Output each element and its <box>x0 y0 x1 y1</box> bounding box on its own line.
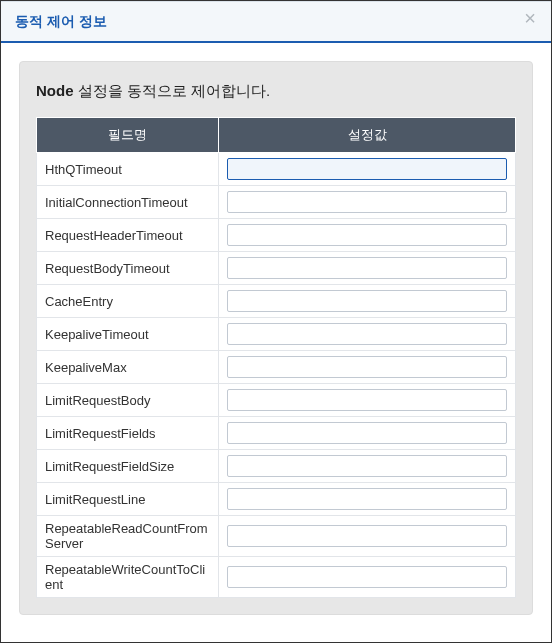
modal-title: 동적 제어 정보 <box>15 13 107 29</box>
table-row: KeepaliveMax <box>37 351 516 384</box>
field-name-cell: RequestHeaderTimeout <box>37 219 219 252</box>
close-icon: × <box>524 7 536 29</box>
panel-desc-emphasis: Node <box>36 82 74 99</box>
field-name-cell: KeepaliveMax <box>37 351 219 384</box>
modal-body: Node 설정을 동적으로 제어합니다. 필드명 설정값 HthQTimeout… <box>1 43 551 633</box>
field-value-cell <box>219 219 516 252</box>
field-name-cell: RepeatableReadCountFromServer <box>37 516 219 557</box>
field-name-cell: RepeatableWriteCountToClient <box>37 557 219 598</box>
field-name-cell: KeepaliveTimeout <box>37 318 219 351</box>
close-button[interactable]: × <box>519 8 541 30</box>
modal-window: 동적 제어 정보 × Node 설정을 동적으로 제어합니다. 필드명 설정값 <box>0 0 552 643</box>
field-name-cell: LimitRequestLine <box>37 483 219 516</box>
field-value-cell <box>219 516 516 557</box>
table-row: LimitRequestFieldSize <box>37 450 516 483</box>
field-value-cell <box>219 450 516 483</box>
field-value-cell <box>219 483 516 516</box>
field-value-input[interactable] <box>227 191 507 213</box>
field-value-input[interactable] <box>227 257 507 279</box>
field-value-cell <box>219 186 516 219</box>
modal: 동적 제어 정보 × Node 설정을 동적으로 제어합니다. 필드명 설정값 <box>1 1 551 643</box>
field-value-input[interactable] <box>227 356 507 378</box>
field-value-input[interactable] <box>227 290 507 312</box>
field-value-cell <box>219 557 516 598</box>
field-name-cell: LimitRequestFieldSize <box>37 450 219 483</box>
column-header-name: 필드명 <box>37 118 219 153</box>
field-value-input[interactable] <box>227 224 507 246</box>
table-row: RequestHeaderTimeout <box>37 219 516 252</box>
table-row: RepeatableWriteCountToClient <box>37 557 516 598</box>
config-panel: Node 설정을 동적으로 제어합니다. 필드명 설정값 HthQTimeout… <box>19 61 533 615</box>
field-value-cell <box>219 351 516 384</box>
field-value-cell <box>219 285 516 318</box>
config-table: 필드명 설정값 HthQTimeoutInitialConnectionTime… <box>36 117 516 598</box>
field-value-input[interactable] <box>227 422 507 444</box>
panel-desc-text: 설정을 동적으로 제어합니다. <box>74 82 271 99</box>
modal-footer: 확인 취소 <box>1 633 551 643</box>
table-row: LimitRequestFields <box>37 417 516 450</box>
table-row: RepeatableReadCountFromServer <box>37 516 516 557</box>
table-row: InitialConnectionTimeout <box>37 186 516 219</box>
table-row: KeepaliveTimeout <box>37 318 516 351</box>
field-value-cell <box>219 252 516 285</box>
field-value-cell <box>219 153 516 186</box>
field-name-cell: LimitRequestBody <box>37 384 219 417</box>
column-header-value: 설정값 <box>219 118 516 153</box>
table-row: LimitRequestLine <box>37 483 516 516</box>
table-row: LimitRequestBody <box>37 384 516 417</box>
field-value-input[interactable] <box>227 488 507 510</box>
table-row: RequestBodyTimeout <box>37 252 516 285</box>
panel-description: Node 설정을 동적으로 제어합니다. <box>36 82 516 101</box>
field-name-cell: CacheEntry <box>37 285 219 318</box>
field-name-cell: InitialConnectionTimeout <box>37 186 219 219</box>
field-value-cell <box>219 417 516 450</box>
field-value-cell <box>219 318 516 351</box>
field-value-input[interactable] <box>227 566 507 588</box>
field-name-cell: RequestBodyTimeout <box>37 252 219 285</box>
table-row: HthQTimeout <box>37 153 516 186</box>
field-value-input[interactable] <box>227 525 507 547</box>
field-value-input[interactable] <box>227 455 507 477</box>
field-name-cell: HthQTimeout <box>37 153 219 186</box>
field-value-input[interactable] <box>227 323 507 345</box>
modal-header: 동적 제어 정보 × <box>1 2 551 43</box>
field-name-cell: LimitRequestFields <box>37 417 219 450</box>
field-value-cell <box>219 384 516 417</box>
field-value-input[interactable] <box>227 389 507 411</box>
field-value-input[interactable] <box>227 158 507 180</box>
table-row: CacheEntry <box>37 285 516 318</box>
